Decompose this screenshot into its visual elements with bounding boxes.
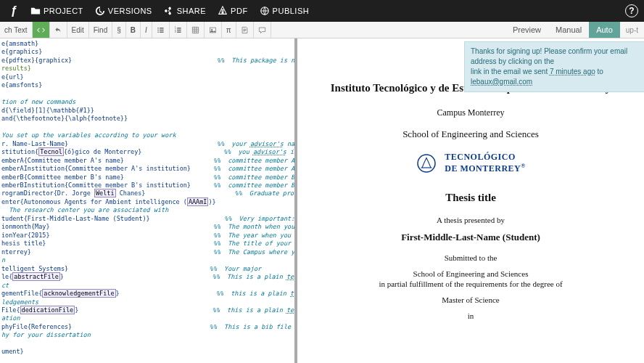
doc-title: Thesis title [297,192,644,204]
code-comment: The research center you are associated w… [9,206,168,213]
code-editor[interactable]: e{amsmath} e{graphics} e{pdftex}{graphic… [0,38,297,363]
code-line: e{amsmath} [1,40,38,47]
doc-campus: Campus Monterrey [297,107,644,118]
code-line: emberAInstitution{Committee member A's i… [1,165,191,172]
history-icon [95,6,105,16]
code-comment: %% The year when you give your thesis [213,232,297,239]
code-box: acknowledgementFile [42,289,115,298]
code-comment: %% Very important: Your name [224,215,297,222]
share-label: SHARE [177,7,206,15]
richtext-button[interactable]: ch Text [0,22,33,38]
code-comment: tex [286,273,297,280]
code-comment: %% committee member A's institution [213,165,297,172]
versions-menu[interactable]: VERSIONS [89,3,158,19]
image-icon [209,26,217,34]
notice-email-link[interactable]: lebaux@gmail.com [471,78,532,86]
code-line: emberB{Committee member B's name} [1,174,124,181]
code-comment: %% this is a plain [216,290,290,297]
notice-text: to [595,68,603,76]
manual-tab[interactable]: Manual [548,22,589,38]
section-button[interactable]: § [112,22,126,38]
doc-in: in [297,311,644,320]
code-toggle-button[interactable] [33,22,50,38]
italic-button[interactable]: I [141,22,152,38]
help-button[interactable]: ? [625,4,638,17]
publish-menu[interactable]: PUBLISH [254,3,315,19]
code-line: ionmonth{May} [1,223,50,230]
tec-logo-icon [416,152,437,174]
code-line: e{pdftex}{graphicx} [1,57,72,64]
cite-button[interactable] [236,22,254,38]
code-comment: %% The Campus where you are to give [213,248,297,256]
code-line: enter{Autonomous Agents for Ambient inte… [1,198,187,205]
code-line: r. Name-Last-Name} [1,140,68,147]
find-button[interactable]: Find [89,22,112,38]
notice-time-link[interactable]: 7 minutes ago [550,68,595,76]
list-button[interactable] [152,22,170,38]
code-comment: %% your [217,140,250,147]
pdf-label: PDF [231,7,248,15]
comment-icon [258,26,266,34]
code-line: rogramDirector{Dr. Jorge [1,189,94,197]
code-line: tudent{First-Middle-Last-Name (Student)} [1,215,150,222]
code-box: dedicationFile [20,306,75,314]
undo-icon [54,26,62,34]
code-line: phyFile{References} [1,323,72,330]
share-icon [164,6,174,16]
math-button[interactable]: π [222,22,236,38]
code-comment: %% This is a bib file with [210,323,297,330]
versions-label: VERSIONS [108,7,152,15]
code-comment: %% Graduate program director's name [234,189,297,197]
svg-text:3: 3 [174,30,176,33]
doc-submitted: Submitted to the [297,253,644,262]
comment-button[interactable] [254,22,271,38]
code-line: telligent Systems} [1,265,68,272]
share-menu[interactable]: SHARE [158,3,212,19]
code-box: Tecnol [38,147,64,156]
editor-toolbar: ch Text Edit Find § B I 123 [0,22,644,38]
brand-logo[interactable]: ƒ [6,3,22,19]
doc-author: First-Middle-Last-Name (Student) [297,232,644,243]
code-line: nterrey} [1,248,31,256]
doc-degree: Master of Science [297,295,644,304]
project-menu[interactable]: PROJECT [25,3,89,19]
code-comment: %% this is a plain [212,306,286,314]
confirm-email-notice: Thanks for signing up! Please confirm yo… [464,41,644,92]
code-comment: %% The title of your dissertation [213,240,297,247]
code-line: e{graphics} [1,48,42,55]
doc-presented: A thesis presented by [297,216,644,224]
code-line: hesis title} [1,240,46,247]
cite-icon [241,26,249,34]
numbered-list-button[interactable]: 123 [170,22,187,38]
auto-tab[interactable]: Auto [589,22,620,38]
bold-button[interactable]: B [126,22,141,38]
code-comment: advisor's [253,148,286,155]
folder-icon [30,6,41,16]
code-comment: You set up the variables according to yo… [1,131,176,139]
uptodate-status: up-t [620,22,644,38]
image-button[interactable] [205,22,222,38]
code-comment: ledgements [1,298,38,306]
undo-button[interactable] [50,22,67,38]
logo-text-1: TECNOLÓGICO [445,152,516,162]
logo-text-2: DE MONTERREY [445,163,521,174]
pdf-menu[interactable]: PDF [212,3,254,19]
code-comment: tex [290,290,297,297]
code-comment: %% Your major [210,265,262,272]
code-line: Chanes} [116,189,146,197]
code-line: results} [1,65,31,72]
doc-fulfillment: in partial fulfillment of the requiremen… [297,280,644,288]
pdf-preview[interactable]: Thanks for signing up! Please confirm yo… [297,38,644,363]
main-split: e{amsmath} e{graphics} e{pdftex}{graphic… [0,38,644,363]
code-comment: %% This is a plain [212,273,286,280]
code-comment: name [284,140,297,147]
table-button[interactable] [187,22,205,38]
edit-menu[interactable]: Edit [67,22,89,38]
table-icon [191,26,199,34]
notice-text: link in the email we sent [471,68,550,76]
code-comment: advisor's [250,140,284,147]
preview-tab[interactable]: Preview [505,22,548,38]
code-line: ument} [1,348,24,355]
code-line: d{\field}[1]{\mathbb{#1}} [1,107,94,114]
code-comment: hy for your dissertation [1,331,91,338]
